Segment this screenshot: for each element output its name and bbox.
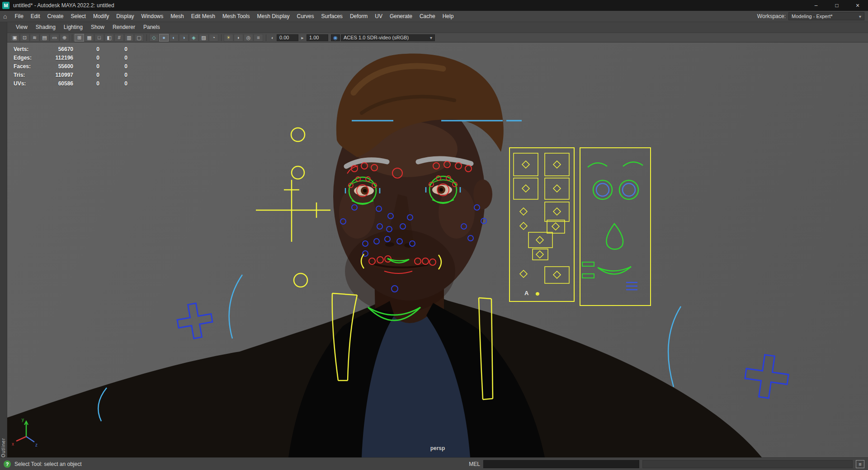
hud-row-faces: Faces: 55600 0 0 [14, 62, 127, 70]
help-icon[interactable]: ? [4, 461, 11, 468]
home-icon[interactable]: ⌂ [3, 13, 7, 20]
heads-up-display: Verts: 56670 0 0 Edges: 112196 0 0 Faces… [14, 45, 127, 88]
menu-select[interactable]: Select [67, 11, 90, 22]
menu-windows[interactable]: Windows [138, 11, 167, 22]
menu-file[interactable]: File [11, 11, 27, 22]
hud-hilite: 0 [99, 72, 127, 78]
menu-curves[interactable]: Curves [293, 11, 318, 22]
maximize-button[interactable]: □ [826, 0, 847, 11]
hud-sel: 0 [73, 72, 99, 78]
outliner-tab-label: Outliner [1, 26, 6, 457]
hud-sel: 0 [73, 46, 99, 52]
menu-deform[interactable]: Deform [346, 11, 371, 22]
menu-modify[interactable]: Modify [90, 11, 113, 22]
use-default-material-icon[interactable]: ◑ [179, 34, 189, 42]
hud-row-verts: Verts: 56670 0 0 [14, 45, 127, 53]
textured-icon[interactable]: ◐ [169, 34, 179, 42]
outliner-collapsed-tab[interactable]: Outliner [0, 22, 7, 457]
picker-diamonds[interactable] [520, 161, 561, 278]
menu-surfaces[interactable]: Surfaces [318, 11, 346, 22]
panel-menu-lighting[interactable]: Lighting [60, 22, 87, 33]
hud-hilite: 0 [99, 63, 127, 70]
colorspace-value: ACES 1.0 SDR-video (sRGB) [344, 35, 409, 40]
exposure-field[interactable]: 0.00 [277, 34, 298, 41]
hud-label: Edges: [14, 55, 37, 61]
workspace-dropdown[interactable]: Modeling - Expert* ▾ [788, 12, 864, 20]
tool-help-text: Select Tool: select an object [14, 461, 82, 467]
mel-command-input[interactable] [483, 460, 639, 468]
hud-label: UVs: [14, 80, 37, 87]
command-line-area: MEL ≡ [469, 460, 864, 468]
safe-action-icon[interactable]: ▥ [124, 34, 134, 42]
picker-smiley-icon[interactable]: ☻ [534, 290, 541, 297]
picker-panel-face[interactable] [580, 148, 651, 306]
smooth-shade-icon[interactable]: ● [159, 34, 169, 42]
isolate-select-icon[interactable]: ◔ [209, 34, 218, 42]
blue-cross-left[interactable] [175, 301, 215, 341]
panel-menu-panels[interactable]: Panels [139, 22, 164, 33]
hud-hilite: 0 [99, 80, 127, 87]
minimize-button[interactable]: – [806, 0, 826, 11]
gamma-icon[interactable]: ▸ [299, 35, 306, 40]
wireframe-on-shaded-icon[interactable]: ◈ [189, 34, 198, 42]
command-language-toggle[interactable]: MEL [469, 461, 480, 467]
camera-attributes-icon[interactable]: ≋ [30, 34, 39, 42]
exposure-icon[interactable]: ◐ [269, 35, 276, 40]
menu-display[interactable]: Display [113, 11, 137, 22]
blue-cross-right[interactable] [743, 352, 791, 400]
title-bar: M untitled* - Autodesk MAYA 2022.2: unti… [0, 0, 868, 11]
wireframe-icon[interactable]: ◇ [149, 34, 159, 42]
hud-label: Tris: [14, 72, 37, 78]
character-model[interactable] [7, 53, 762, 457]
lighting-icon[interactable]: ☀ [224, 34, 233, 42]
menu-cache[interactable]: Cache [416, 11, 439, 22]
image-plane-icon[interactable]: ▭ [50, 34, 59, 42]
motion-blur-icon[interactable]: ≡ [254, 34, 263, 42]
color-management-icon[interactable]: ◉ [331, 34, 340, 41]
menu-generate[interactable]: Generate [386, 11, 416, 22]
control-crosshair[interactable] [256, 180, 330, 242]
script-editor-icon[interactable]: ≡ [856, 460, 864, 468]
panel-menu-show[interactable]: Show [87, 22, 108, 33]
menu-create[interactable]: Create [44, 11, 67, 22]
hud-row-edges: Edges: 112196 0 0 [14, 53, 127, 62]
hud-value: 55600 [37, 63, 73, 70]
lock-camera-icon[interactable]: ⊡ [20, 34, 29, 42]
panel-menu-view[interactable]: View [12, 22, 32, 33]
bookmarks-icon[interactable]: ▤ [40, 34, 49, 42]
gate-mask-icon[interactable]: ◧ [104, 34, 114, 42]
grid-icon[interactable]: ⊞ [75, 34, 84, 42]
resolution-gate-icon[interactable]: □ [94, 34, 104, 42]
menu-edit-mesh[interactable]: Edit Mesh [188, 11, 219, 22]
xray-icon[interactable]: ▨ [199, 34, 208, 42]
panel-toolbar: ▣ ⊡ ≋ ▤ ▭ ⊕ ⊞ ▦ □ ◧ # ▥ ▢ ◇ ● ◐ ◑ ◈ ▨ [7, 33, 868, 42]
window-controls: – □ × [806, 0, 868, 11]
safe-title-icon[interactable]: ▢ [134, 34, 144, 42]
gamma-field[interactable]: 1.00 [307, 34, 328, 41]
viewport-canvas[interactable]: A ☻ [7, 42, 868, 457]
side-control-circles[interactable] [291, 128, 307, 287]
menu-mesh-tools[interactable]: Mesh Tools [219, 11, 253, 22]
menu-mesh-display[interactable]: Mesh Display [253, 11, 293, 22]
menu-uv[interactable]: UV [371, 11, 386, 22]
select-camera-icon[interactable]: ▣ [10, 34, 19, 42]
occlusion-icon[interactable]: ◎ [244, 34, 253, 42]
field-chart-icon[interactable]: # [114, 34, 124, 42]
panel-menu-shading[interactable]: Shading [32, 22, 60, 33]
panel-menu-renderer[interactable]: Renderer [108, 22, 139, 33]
menu-mesh[interactable]: Mesh [167, 11, 187, 22]
picker-panel-secondary[interactable]: A ☻ [509, 148, 574, 301]
hud-sel: 0 [73, 63, 99, 70]
maya-application-window: M untitled* - Autodesk MAYA 2022.2: unti… [0, 0, 868, 470]
hud-row-tris: Tris: 110997 0 0 [14, 70, 127, 79]
viewport-persp[interactable]: A ☻ [7, 42, 868, 457]
colorspace-dropdown[interactable]: ACES 1.0 SDR-video (sRGB) ▾ [341, 34, 435, 41]
shadows-icon[interactable]: ◗ [234, 34, 243, 42]
menu-edit[interactable]: Edit [27, 11, 44, 22]
close-button[interactable]: × [847, 0, 868, 11]
menu-help[interactable]: Help [439, 11, 458, 22]
two-d-pan-zoom-icon[interactable]: ⊕ [60, 34, 69, 42]
film-gate-icon[interactable]: ▦ [85, 34, 94, 42]
workspace-label: Workspace: [757, 13, 786, 19]
hud-value: 112196 [37, 55, 73, 61]
